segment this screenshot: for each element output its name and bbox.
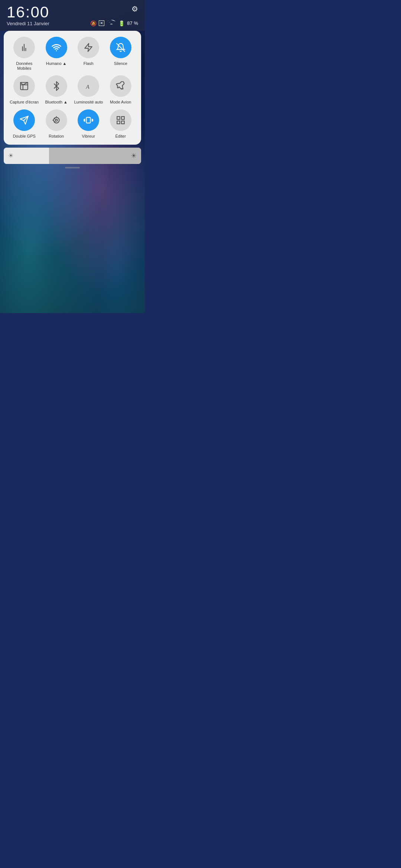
battery-percent: 87 % xyxy=(127,20,138,26)
airplane-button[interactable] xyxy=(110,75,131,97)
qs-item-mobile-data: Données Mobiles xyxy=(9,37,39,71)
vibration-button[interactable] xyxy=(78,109,99,131)
svg-rect-21 xyxy=(121,121,124,124)
brightness-track xyxy=(49,148,141,164)
status-icons: 🔕 ✕ 🔋 87 % xyxy=(90,18,138,29)
brightness-slider[interactable]: ☀ ☀ xyxy=(4,148,141,164)
auto-brightness-button[interactable]: A xyxy=(78,75,99,97)
qs-item-bluetooth: Bluetooth ▲ xyxy=(42,75,71,105)
flash-button[interactable] xyxy=(78,37,99,58)
wifi-button[interactable] xyxy=(46,37,67,58)
screenshot-label: Capture d'écran xyxy=(10,100,39,105)
svg-rect-18 xyxy=(117,116,120,119)
status-bar: 16:00 Vendredi 11 Janvier ⚙ 🔕 ✕ 🔋 87 % xyxy=(0,0,145,31)
vibration-label: Vibreur xyxy=(82,134,95,139)
silence-button[interactable] xyxy=(110,37,131,58)
time-section: 16:00 Vendredi 11 Janvier xyxy=(7,4,49,26)
svg-point-12 xyxy=(55,119,57,121)
edit-label: Éditer xyxy=(115,134,126,139)
brightness-high-icon: ☀ xyxy=(131,152,137,160)
settings-icon[interactable]: ⚙ xyxy=(131,4,138,13)
qs-item-edit: Éditer xyxy=(106,109,136,139)
qs-item-screenshot: Capture d'écran xyxy=(9,75,39,105)
wifi-status-icon xyxy=(107,18,116,29)
auto-brightness-label: Luminosité auto xyxy=(74,100,103,105)
battery-icon: 🔋 xyxy=(118,20,125,26)
sim-icon: ✕ xyxy=(99,20,104,26)
qs-item-flash: Flash xyxy=(74,37,103,66)
svg-marker-1 xyxy=(85,43,92,52)
qs-item-airplane: Mode Avion xyxy=(106,75,136,105)
date: Vendredi 11 Janvier xyxy=(7,21,49,26)
qs-item-silence: Silence xyxy=(106,37,136,66)
qs-item-vibration: Vibreur xyxy=(74,109,103,139)
status-right: ⚙ 🔕 ✕ 🔋 87 % xyxy=(90,4,138,29)
rotation-label: Rotation xyxy=(49,134,64,139)
qs-item-gps: Double GPS xyxy=(9,109,39,139)
rotation-button[interactable] xyxy=(46,109,67,131)
qs-row-3: Double GPS Rotation xyxy=(8,109,137,139)
brightness-low-icon: ☀ xyxy=(8,152,13,159)
qs-item-rotation: Rotation xyxy=(42,109,71,139)
qs-row-2: Capture d'écran Bluetooth ▲ A Luminosité… xyxy=(8,75,137,105)
bluetooth-button[interactable] xyxy=(46,75,67,97)
bluetooth-label: Bluetooth ▲ xyxy=(45,100,68,105)
notification-shade: 16:00 Vendredi 11 Janvier ⚙ 🔕 ✕ 🔋 87 % xyxy=(0,0,145,170)
wifi-label: Humano ▲ xyxy=(46,61,67,66)
airplane-label: Mode Avion xyxy=(110,100,131,105)
svg-rect-19 xyxy=(121,116,124,119)
gps-button[interactable] xyxy=(13,109,35,131)
silence-label: Silence xyxy=(114,61,127,66)
flash-label: Flash xyxy=(84,61,94,66)
mobile-data-button[interactable] xyxy=(13,37,35,58)
mute-icon: 🔕 xyxy=(90,20,97,26)
qs-item-wifi: Humano ▲ xyxy=(42,37,71,66)
mobile-data-label: Données Mobiles xyxy=(9,61,39,71)
edit-button[interactable] xyxy=(110,109,131,131)
svg-text:A: A xyxy=(86,83,90,90)
screenshot-button[interactable] xyxy=(13,75,35,97)
svg-rect-13 xyxy=(87,117,91,123)
handle-bar xyxy=(65,167,80,168)
clock: 16:00 xyxy=(7,4,49,20)
qs-row-1: Données Mobiles Humano ▲ xyxy=(8,37,137,71)
qs-item-auto-brightness: A Luminosité auto xyxy=(74,75,103,105)
quick-settings-panel: Données Mobiles Humano ▲ xyxy=(4,31,141,145)
svg-rect-20 xyxy=(117,121,120,124)
gps-label: Double GPS xyxy=(13,134,36,139)
